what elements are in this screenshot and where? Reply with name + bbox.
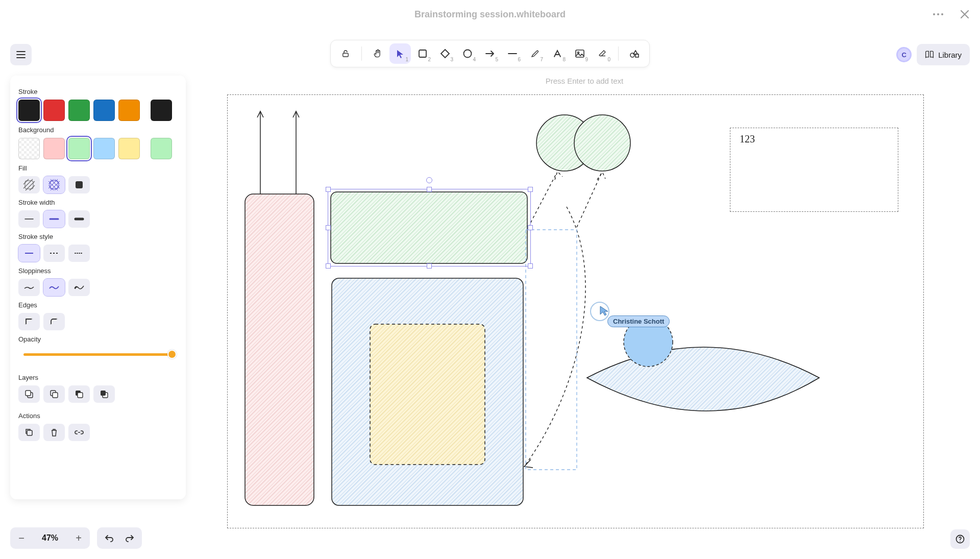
zoom-controls: − 47% + <box>10 527 90 549</box>
selection-handle-w[interactable] <box>326 225 331 230</box>
label-stroke-width: Stroke width <box>18 199 178 206</box>
shape-diamond[interactable] <box>587 347 819 411</box>
zoom-in-button[interactable]: + <box>71 532 86 544</box>
selection-handle-e[interactable] <box>528 225 533 230</box>
opacity-slider[interactable] <box>18 349 178 359</box>
svg-rect-27 <box>101 391 106 396</box>
more-icon[interactable] <box>931 7 945 21</box>
bg-color-current[interactable] <box>151 138 172 159</box>
bg-color-yellow[interactable] <box>118 138 140 159</box>
stroke-color-green[interactable] <box>68 100 90 121</box>
bg-color-blue[interactable] <box>93 138 115 159</box>
toolbar-separator <box>361 46 362 61</box>
zoom-value[interactable]: 47% <box>42 533 58 543</box>
selection-handle-se[interactable] <box>528 263 533 269</box>
tool-arrow[interactable]: 5 <box>479 43 501 64</box>
shape-dashed-arrows[interactable] <box>528 172 605 227</box>
remote-selection <box>526 230 577 470</box>
stroke-color-black[interactable] <box>18 100 40 121</box>
fill-solid[interactable] <box>68 176 90 193</box>
edges <box>18 313 178 330</box>
layer-send-backward[interactable] <box>43 385 65 403</box>
bg-color-transparent[interactable] <box>18 138 40 159</box>
menu-button[interactable] <box>10 44 32 65</box>
document-title: Brainstorming session.whiteboard <box>414 9 566 20</box>
tool-eraser[interactable]: 0 <box>592 43 613 64</box>
tool-draw[interactable]: 7 <box>524 43 546 64</box>
tool-shapes[interactable] <box>624 43 645 64</box>
label-stroke: Stroke <box>18 88 178 95</box>
label-fill: Fill <box>18 164 178 172</box>
bg-color-pink[interactable] <box>43 138 65 159</box>
sloppiness-artist[interactable] <box>43 279 65 296</box>
shape-circle-right[interactable] <box>574 115 630 171</box>
tool-line[interactable]: 6 <box>502 43 523 64</box>
selection-handle-n[interactable] <box>427 187 432 192</box>
tool-text[interactable]: 8 <box>547 43 568 64</box>
tool-image[interactable]: 9 <box>569 43 591 64</box>
layer-bring-forward[interactable] <box>68 385 90 403</box>
redo-button[interactable] <box>120 529 139 547</box>
layer-send-to-back[interactable] <box>18 385 40 403</box>
collaborator-label: Christine Schott <box>607 315 670 327</box>
bg-color-green[interactable] <box>68 138 90 159</box>
stroke-width <box>18 210 178 228</box>
selection-handle-sw[interactable] <box>326 263 331 269</box>
stroke-width-med[interactable] <box>43 210 65 228</box>
library-button[interactable]: Library <box>917 44 970 65</box>
label-layers: Layers <box>18 374 178 381</box>
toolbar-separator <box>618 46 619 61</box>
fill-hachure[interactable] <box>18 176 40 193</box>
tool-hand[interactable] <box>367 43 388 64</box>
tool-rectangle[interactable]: 2 <box>412 43 433 64</box>
fill-crosshatch[interactable] <box>43 176 65 193</box>
fill-style <box>18 176 178 193</box>
selection-handle-nw[interactable] <box>326 187 331 192</box>
sloppiness-architect[interactable] <box>18 279 40 296</box>
zoom-out-button[interactable]: − <box>14 532 29 544</box>
undo-redo <box>97 527 142 549</box>
shape-yellow-rect[interactable] <box>370 324 485 465</box>
stroke-width-thin[interactable] <box>18 210 40 228</box>
canvas[interactable]: Press Enter to add text <box>199 66 970 549</box>
edges-round[interactable] <box>43 313 65 330</box>
layer-bring-to-front[interactable] <box>93 385 115 403</box>
tool-lock[interactable] <box>335 43 356 64</box>
svg-point-5 <box>464 50 472 58</box>
text-node[interactable]: 123 <box>740 133 755 145</box>
stroke-color-blue[interactable] <box>93 100 115 121</box>
sloppiness-cartoonist[interactable] <box>68 279 90 296</box>
close-icon[interactable] <box>958 7 972 21</box>
label-background: Background <box>18 126 178 134</box>
selection-handle-ne[interactable] <box>528 187 533 192</box>
selection-rotate[interactable] <box>426 177 432 183</box>
properties-panel: Stroke Background Fill Stroke width Stro… <box>10 76 186 499</box>
user-avatar[interactable]: C <box>896 47 912 62</box>
tool-select[interactable]: 1 <box>389 43 411 64</box>
tool-ellipse[interactable]: 4 <box>457 43 478 64</box>
svg-rect-21 <box>26 391 31 396</box>
stroke-width-thick[interactable] <box>68 210 90 228</box>
stroke-style-solid[interactable] <box>18 245 40 262</box>
stroke-style-dotted[interactable] <box>68 245 90 262</box>
action-delete[interactable] <box>43 424 65 441</box>
frame-text[interactable]: 123 <box>730 128 898 212</box>
edges-sharp[interactable] <box>18 313 40 330</box>
action-link[interactable] <box>68 424 90 441</box>
tool-diamond[interactable]: 3 <box>434 43 456 64</box>
shape-arrows-up[interactable] <box>257 111 299 194</box>
stroke-style-dashed[interactable] <box>43 245 65 262</box>
background-colors <box>18 138 178 159</box>
stroke-color-orange[interactable] <box>118 100 140 121</box>
sloppiness <box>18 279 178 296</box>
undo-button[interactable] <box>100 529 118 547</box>
svg-rect-23 <box>53 393 58 398</box>
label-actions: Actions <box>18 412 178 420</box>
selection-handle-s[interactable] <box>427 263 432 269</box>
stroke-color-red[interactable] <box>43 100 65 121</box>
selection-box[interactable] <box>328 189 531 266</box>
action-duplicate[interactable] <box>18 424 40 441</box>
shape-pink-rect[interactable] <box>245 194 314 505</box>
library-label: Library <box>938 51 962 59</box>
stroke-color-current[interactable] <box>151 100 172 121</box>
